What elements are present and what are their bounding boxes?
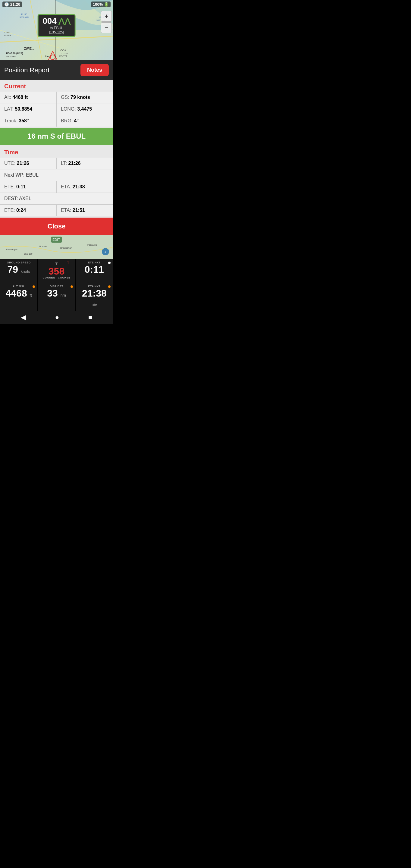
waypoint-number: 004 ⋀⋀ [42, 17, 70, 25]
eta2-cell: ETA: 21:51 [57, 205, 113, 216]
svg-text:3000 MSL: 3000 MSL [6, 55, 17, 58]
current-course-label: CURRENT COURSE [42, 276, 70, 279]
position-highlight: 16 nm S of EBUL [0, 128, 113, 145]
alt-msl-unit: ft [30, 293, 32, 298]
panel-header: Position Report Notes [0, 60, 113, 80]
utc-value: 21:26 [17, 161, 29, 166]
gs-label: GS: [61, 95, 69, 100]
ground-speed-unit: knots [21, 269, 30, 274]
long-value: 3.4475 [77, 106, 92, 112]
lt-label: LT: [61, 161, 67, 166]
svg-text:3500 MSL: 3500 MSL [20, 16, 29, 19]
zoom-out-button[interactable]: − [101, 22, 112, 33]
alt-msl-value: 4468 ft [3, 288, 34, 298]
lat-label: LAT: [4, 106, 13, 112]
ete1-cell: ETE: 0:11 [0, 181, 56, 193]
lt-cell: LT: 21:26 [57, 158, 113, 169]
svg-text:FB-R56 (H24): FB-R56 (H24) [6, 52, 23, 55]
utc-cell: UTC: 21:26 [0, 158, 56, 169]
svg-text:EDIT: EDIT [53, 238, 60, 241]
eta2-label: ETA: [61, 208, 71, 213]
home-button[interactable]: ● [49, 311, 65, 324]
utc-label: UTC: [4, 161, 15, 166]
current-course-value: 358 [49, 267, 64, 276]
svg-text:Phalempin: Phalempin [6, 248, 18, 251]
current-data-grid: Alt: 4468 ft GS: 79 knots LAT: 50.8854 L… [0, 92, 113, 127]
dest-cell: DEST: AXEL [0, 193, 113, 204]
zoom-in-button[interactable]: + [101, 11, 112, 22]
eta-nxt-label: ETA nxt [78, 285, 110, 288]
dist-dst-value: 33 nm [41, 288, 72, 298]
waypoint-frequency: [135.125] [42, 30, 70, 34]
track-value: 358° [19, 118, 29, 123]
mini-map-svg: Phalempin LEQ 109 Nomain Breunehart Perw… [0, 235, 113, 259]
alt-label: Alt: [4, 95, 11, 100]
svg-text:ZWIE...: ZWIE... [24, 47, 34, 50]
eta1-label: ETA: [61, 184, 71, 189]
svg-text:COSTA: COSTA [59, 55, 67, 58]
ete2-cell: ETE: 0:24 [0, 205, 56, 216]
recent-button[interactable]: ■ [82, 311, 98, 324]
nextwp-value: EBUL [26, 173, 38, 178]
time-heading: Time [0, 146, 113, 158]
ete-nxt-label: ETE nxt [78, 261, 110, 264]
waypoint-header: 004 ⋀⋀ to EBUL [135.125] [37, 14, 76, 37]
lat-cell: LAT: 50.8854 [0, 103, 56, 115]
ground-speed-value: 79 knots [3, 265, 34, 274]
brg-cell: BRG: 4° [57, 115, 113, 127]
close-button[interactable]: Close [0, 218, 113, 235]
clock-icon: 🕐 [4, 2, 9, 7]
svg-text:ONO: ONO [4, 31, 10, 34]
alt-msl-dot [33, 285, 35, 288]
battery-icon: 🔋 [104, 2, 109, 7]
time-section: Time UTC: 21:26 LT: 21:26 Next WP: EBUL … [0, 146, 113, 235]
notes-button[interactable]: Notes [81, 64, 109, 76]
ground-speed-cell: GROUND SPEED 79 knots [0, 259, 37, 283]
svg-text:LEQ 109: LEQ 109 [24, 253, 33, 255]
lt-value: 21:26 [68, 161, 81, 166]
panel: Position Report Notes [0, 60, 113, 80]
alt-msl-label: ALT MSL [3, 285, 34, 288]
dist-dst-unit: nm [61, 293, 66, 298]
waypoint-destination: to EBUL [42, 26, 70, 30]
back-button[interactable]: ◀ [15, 311, 32, 324]
current-heading: Current [0, 80, 113, 92]
course-arrow-icon: ▼ [55, 261, 59, 266]
ete1-value: 0:11 [16, 184, 26, 189]
eta-nxt-dot [108, 285, 110, 288]
alt-value: 4468 ft [13, 95, 28, 100]
svg-text:Breunehart: Breunehart [60, 247, 72, 249]
ete1-label: ETE: [4, 184, 15, 189]
nextwp-cell: Next WP: EBUL [0, 169, 113, 181]
dist-dst-dot [70, 285, 73, 288]
instrument-bar: GROUND SPEED 79 knots ▼ T 358 CURRENT CO… [0, 259, 113, 311]
svg-text:FL 55: FL 55 [21, 13, 27, 16]
dist-dst-label: DIST dst [41, 285, 72, 288]
chevron-up-icon: ⋀⋀ [59, 18, 70, 25]
svg-text:Perwuelz: Perwuelz [87, 244, 97, 246]
eta-nxt-cell: ETA nxt 21:38 utc [76, 283, 113, 311]
status-time: 🕐 21:26 [2, 1, 22, 7]
brg-label: BRG: [61, 118, 73, 123]
eta-nxt-value: 21:38 utc [78, 288, 110, 308]
status-bar: 🕐 21:26 100% 🔋 [0, 0, 113, 8]
svg-text:110.050: 110.050 [59, 52, 68, 55]
map-area[interactable]: FB-R56 (H24) 3000 MSL Heist COA 110.050 … [0, 0, 113, 60]
svg-text:✈: ✈ [104, 250, 106, 254]
mini-map[interactable]: Phalempin LEQ 109 Nomain Breunehart Perw… [0, 235, 113, 259]
eta1-value: 21:38 [73, 184, 85, 189]
brg-value: 4° [74, 118, 78, 123]
current-course-cell: ▼ T 358 CURRENT COURSE [38, 259, 75, 283]
long-label: LONG: [61, 106, 76, 112]
eta2-value: 21:51 [73, 208, 85, 213]
alt-cell: Alt: 4468 ft [0, 92, 56, 103]
panel-title: Position Report [4, 66, 50, 74]
map-controls: + − [101, 11, 112, 33]
nav-bar: ◀ ● ■ [0, 311, 113, 324]
track-cell: Track: 358° [0, 115, 56, 127]
alt-msl-cell: ALT MSL 4468 ft [0, 283, 37, 311]
ete2-label: ETE: [4, 208, 15, 213]
status-battery: 100% 🔋 [91, 1, 110, 7]
time-data-grid: UTC: 21:26 LT: 21:26 Next WP: EBUL ETE: … [0, 158, 113, 216]
gs-cell: GS: 79 knots [57, 92, 113, 103]
